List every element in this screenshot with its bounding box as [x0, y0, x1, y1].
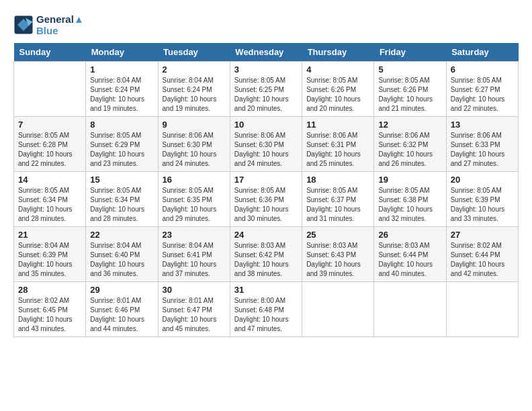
calendar-cell: 28Sunrise: 8:02 AM Sunset: 6:45 PM Dayli…: [14, 282, 86, 337]
day-info: Sunrise: 8:05 AM Sunset: 6:28 PM Dayligh…: [18, 131, 81, 169]
col-header-thursday: Thursday: [302, 43, 374, 62]
calendar-cell: 24Sunrise: 8:03 AM Sunset: 6:42 PM Dayli…: [230, 227, 302, 282]
calendar-cell: [302, 282, 374, 337]
calendar-cell: 30Sunrise: 8:01 AM Sunset: 6:47 PM Dayli…: [158, 282, 230, 337]
day-info: Sunrise: 8:05 AM Sunset: 6:37 PM Dayligh…: [306, 186, 369, 224]
calendar-cell: 4Sunrise: 8:05 AM Sunset: 6:26 PM Daylig…: [302, 62, 374, 117]
day-number: 30: [163, 285, 226, 295]
calendar-cell: [374, 282, 446, 337]
day-info: Sunrise: 8:01 AM Sunset: 6:46 PM Dayligh…: [90, 296, 153, 334]
day-info: Sunrise: 8:05 AM Sunset: 6:34 PM Dayligh…: [90, 186, 153, 224]
page-header: General▲ Blue: [13, 13, 519, 36]
calendar-cell: [14, 62, 86, 117]
calendar-cell: 29Sunrise: 8:01 AM Sunset: 6:46 PM Dayli…: [86, 282, 158, 337]
day-number: 26: [378, 230, 441, 240]
day-number: 15: [90, 175, 153, 185]
day-number: 2: [163, 64, 226, 75]
calendar-cell: 16Sunrise: 8:05 AM Sunset: 6:35 PM Dayli…: [158, 172, 230, 227]
calendar-cell: 18Sunrise: 8:05 AM Sunset: 6:37 PM Dayli…: [302, 172, 374, 227]
day-info: Sunrise: 8:06 AM Sunset: 6:30 PM Dayligh…: [163, 131, 226, 169]
col-header-friday: Friday: [374, 43, 446, 62]
day-info: Sunrise: 8:02 AM Sunset: 6:45 PM Dayligh…: [18, 296, 81, 334]
calendar-cell: 3Sunrise: 8:05 AM Sunset: 6:25 PM Daylig…: [230, 62, 302, 117]
calendar-cell: 21Sunrise: 8:04 AM Sunset: 6:39 PM Dayli…: [14, 227, 86, 282]
day-number: 18: [306, 175, 369, 185]
logo-text: General▲ Blue: [36, 13, 84, 36]
day-number: 4: [306, 64, 369, 75]
day-number: 11: [306, 120, 369, 130]
week-row-2: 7Sunrise: 8:05 AM Sunset: 6:28 PM Daylig…: [14, 117, 519, 172]
calendar-cell: 17Sunrise: 8:05 AM Sunset: 6:36 PM Dayli…: [230, 172, 302, 227]
day-info: Sunrise: 8:02 AM Sunset: 6:44 PM Dayligh…: [451, 241, 514, 279]
col-header-monday: Monday: [86, 43, 158, 62]
calendar-cell: 9Sunrise: 8:06 AM Sunset: 6:30 PM Daylig…: [158, 117, 230, 172]
day-info: Sunrise: 8:03 AM Sunset: 6:43 PM Dayligh…: [306, 241, 369, 279]
week-row-5: 28Sunrise: 8:02 AM Sunset: 6:45 PM Dayli…: [14, 282, 519, 337]
day-info: Sunrise: 8:05 AM Sunset: 6:27 PM Dayligh…: [451, 76, 514, 113]
day-number: 12: [378, 120, 441, 130]
calendar-cell: 19Sunrise: 8:05 AM Sunset: 6:38 PM Dayli…: [374, 172, 446, 227]
day-number: 28: [18, 285, 81, 295]
calendar-cell: 20Sunrise: 8:05 AM Sunset: 6:39 PM Dayli…: [446, 172, 518, 227]
day-number: 9: [163, 120, 226, 130]
calendar-cell: 14Sunrise: 8:05 AM Sunset: 6:34 PM Dayli…: [14, 172, 86, 227]
calendar-cell: 27Sunrise: 8:02 AM Sunset: 6:44 PM Dayli…: [446, 227, 518, 282]
day-info: Sunrise: 8:05 AM Sunset: 6:38 PM Dayligh…: [378, 186, 441, 224]
calendar-cell: 13Sunrise: 8:06 AM Sunset: 6:33 PM Dayli…: [446, 117, 518, 172]
calendar-cell: 15Sunrise: 8:05 AM Sunset: 6:34 PM Dayli…: [86, 172, 158, 227]
day-info: Sunrise: 8:06 AM Sunset: 6:31 PM Dayligh…: [306, 131, 369, 169]
day-info: Sunrise: 8:04 AM Sunset: 6:39 PM Dayligh…: [18, 241, 81, 279]
day-info: Sunrise: 8:03 AM Sunset: 6:44 PM Dayligh…: [378, 241, 441, 279]
day-info: Sunrise: 8:05 AM Sunset: 6:25 PM Dayligh…: [234, 76, 298, 113]
day-number: 31: [234, 285, 298, 295]
day-info: Sunrise: 8:04 AM Sunset: 6:24 PM Dayligh…: [90, 76, 153, 113]
calendar-cell: 12Sunrise: 8:06 AM Sunset: 6:32 PM Dayli…: [374, 117, 446, 172]
day-info: Sunrise: 8:01 AM Sunset: 6:47 PM Dayligh…: [163, 296, 226, 334]
day-number: 24: [234, 230, 298, 240]
day-number: 14: [18, 175, 81, 185]
day-info: Sunrise: 8:06 AM Sunset: 6:33 PM Dayligh…: [451, 131, 514, 169]
calendar-cell: 2Sunrise: 8:04 AM Sunset: 6:24 PM Daylig…: [158, 62, 230, 117]
col-header-saturday: Saturday: [446, 43, 518, 62]
calendar-cell: 26Sunrise: 8:03 AM Sunset: 6:44 PM Dayli…: [374, 227, 446, 282]
day-number: 1: [90, 64, 153, 75]
col-header-wednesday: Wednesday: [230, 43, 302, 62]
day-number: 23: [163, 230, 226, 240]
week-row-3: 14Sunrise: 8:05 AM Sunset: 6:34 PM Dayli…: [14, 172, 519, 227]
col-header-tuesday: Tuesday: [158, 43, 230, 62]
calendar-cell: 10Sunrise: 8:06 AM Sunset: 6:30 PM Dayli…: [230, 117, 302, 172]
calendar-cell: 5Sunrise: 8:05 AM Sunset: 6:26 PM Daylig…: [374, 62, 446, 117]
day-info: Sunrise: 8:05 AM Sunset: 6:39 PM Dayligh…: [451, 186, 514, 224]
week-row-4: 21Sunrise: 8:04 AM Sunset: 6:39 PM Dayli…: [14, 227, 519, 282]
logo: General▲ Blue: [13, 13, 84, 36]
calendar-cell: 22Sunrise: 8:04 AM Sunset: 6:40 PM Dayli…: [86, 227, 158, 282]
day-info: Sunrise: 8:05 AM Sunset: 6:26 PM Dayligh…: [306, 76, 369, 113]
day-info: Sunrise: 8:05 AM Sunset: 6:36 PM Dayligh…: [234, 186, 298, 224]
calendar-cell: [446, 282, 518, 337]
day-number: 8: [90, 120, 153, 130]
logo-icon: [13, 15, 34, 35]
calendar-cell: 7Sunrise: 8:05 AM Sunset: 6:28 PM Daylig…: [14, 117, 86, 172]
day-number: 3: [234, 64, 298, 75]
day-number: 7: [18, 120, 81, 130]
day-number: 21: [18, 230, 81, 240]
day-info: Sunrise: 8:06 AM Sunset: 6:30 PM Dayligh…: [234, 131, 298, 169]
day-number: 20: [451, 175, 514, 185]
calendar-cell: 25Sunrise: 8:03 AM Sunset: 6:43 PM Dayli…: [302, 227, 374, 282]
day-info: Sunrise: 8:05 AM Sunset: 6:26 PM Dayligh…: [378, 76, 441, 113]
calendar-cell: 31Sunrise: 8:00 AM Sunset: 6:48 PM Dayli…: [230, 282, 302, 337]
day-info: Sunrise: 8:06 AM Sunset: 6:32 PM Dayligh…: [378, 131, 441, 169]
day-info: Sunrise: 8:05 AM Sunset: 6:34 PM Dayligh…: [18, 186, 81, 224]
day-number: 29: [90, 285, 153, 295]
day-info: Sunrise: 8:03 AM Sunset: 6:42 PM Dayligh…: [234, 241, 298, 279]
day-number: 27: [451, 230, 514, 240]
day-number: 10: [234, 120, 298, 130]
day-number: 22: [90, 230, 153, 240]
day-info: Sunrise: 8:05 AM Sunset: 6:29 PM Dayligh…: [90, 131, 153, 169]
day-number: 25: [306, 230, 369, 240]
day-info: Sunrise: 8:04 AM Sunset: 6:40 PM Dayligh…: [90, 241, 153, 279]
day-number: 5: [378, 64, 441, 75]
calendar-cell: 8Sunrise: 8:05 AM Sunset: 6:29 PM Daylig…: [86, 117, 158, 172]
calendar-cell: 23Sunrise: 8:04 AM Sunset: 6:41 PM Dayli…: [158, 227, 230, 282]
day-info: Sunrise: 8:04 AM Sunset: 6:24 PM Dayligh…: [163, 76, 226, 113]
